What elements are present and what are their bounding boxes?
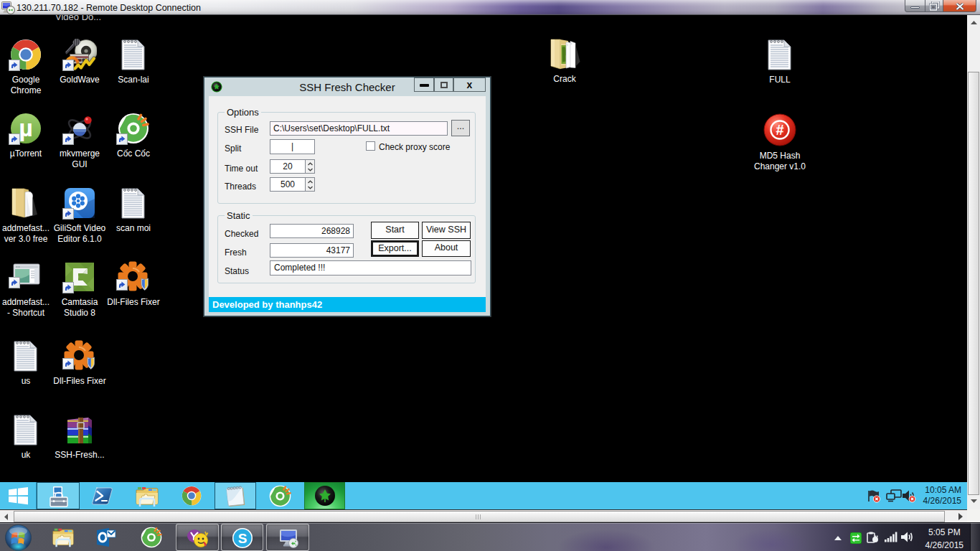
svg-text:S: S (238, 531, 248, 546)
svg-text:µ: µ (19, 114, 33, 141)
svg-text:#: # (776, 122, 783, 138)
